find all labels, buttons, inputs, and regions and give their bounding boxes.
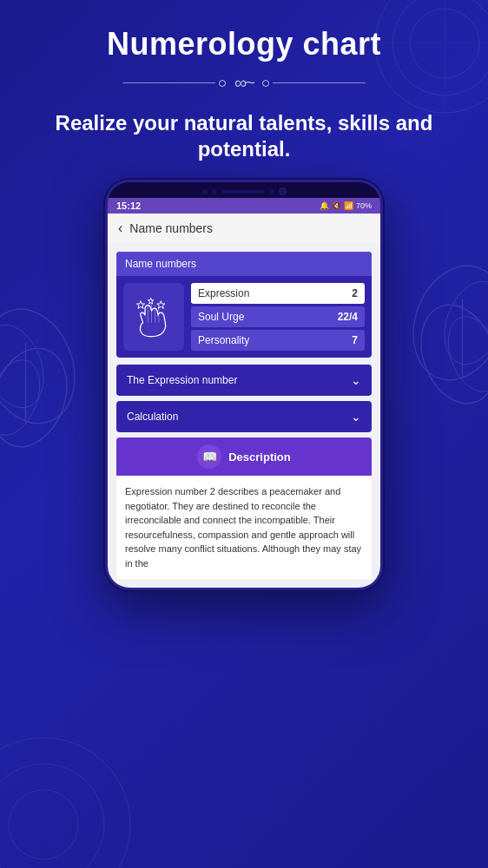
numbers-card-header: Name numbers — [116, 252, 372, 276]
ornament-circle-right — [262, 80, 269, 87]
front-camera — [279, 187, 287, 195]
nav-bar: ‹ Name numbers — [108, 214, 380, 243]
svg-point-15 — [0, 738, 130, 868]
back-button[interactable]: ‹ — [118, 220, 122, 236]
description-header: 📖 Description — [116, 437, 372, 476]
phone-mockup: 15:12 🔔 🔇 📶 70% ‹ Name numbers Name numb… — [105, 180, 383, 590]
alarm-icon: 🔔 — [320, 201, 329, 210]
calculation-expand-row[interactable]: Calculation ⌄ — [116, 401, 372, 432]
svg-marker-19 — [148, 298, 154, 304]
description-section: 📖 Description Expression number 2 descri… — [116, 437, 372, 579]
wifi-icon: 📶 — [344, 201, 353, 210]
numbers-list: Expression 2 Soul Urge 22/4 Personality … — [191, 283, 365, 351]
personality-value: 7 — [352, 334, 358, 346]
soul-urge-value: 22/4 — [338, 311, 358, 323]
camera-dot-3 — [269, 189, 274, 194]
personality-label: Personality — [198, 334, 249, 346]
description-icon: 📖 — [197, 444, 221, 469]
battery-text: 70% — [356, 201, 372, 210]
book-icon: 📖 — [202, 450, 217, 464]
expression-expand-row[interactable]: The Expression number ⌄ — [116, 365, 372, 396]
description-text: Expression number 2 describes a peacemak… — [116, 476, 372, 579]
soul-urge-row[interactable]: Soul Urge 22/4 — [191, 306, 365, 327]
expression-value: 2 — [352, 287, 358, 299]
camera-dot-2 — [212, 189, 217, 194]
svg-marker-18 — [136, 301, 144, 309]
phone-camera-bar — [108, 182, 380, 198]
expression-chevron-icon: ⌄ — [351, 373, 361, 387]
status-bar: 15:12 🔔 🔇 📶 70% — [108, 198, 380, 214]
deco-bottom-left — [0, 651, 217, 868]
nav-title: Name numbers — [129, 221, 213, 235]
mute-icon: 🔇 — [332, 201, 341, 210]
personality-row[interactable]: Personality 7 — [191, 330, 365, 351]
svg-marker-20 — [157, 301, 165, 309]
page-title: Numerology chart — [107, 26, 381, 62]
svg-point-16 — [0, 764, 104, 868]
status-icons: 🔔 🔇 📶 70% — [320, 201, 372, 210]
numbers-card-body: Expression 2 Soul Urge 22/4 Personality … — [116, 276, 372, 358]
app-content: Name numbers — [108, 243, 380, 588]
phone-dots — [202, 187, 287, 195]
expression-expand-label: The Expression number — [127, 374, 237, 386]
expression-label: Expression — [198, 287, 249, 299]
ornament-center: ∞~ — [234, 73, 254, 93]
soul-urge-label: Soul Urge — [198, 311, 244, 323]
camera-dot-1 — [202, 189, 208, 194]
ornament-divider: ∞~ — [122, 73, 366, 93]
description-label: Description — [228, 450, 291, 464]
speaker — [221, 190, 265, 194]
svg-point-17 — [9, 790, 78, 859]
numbers-card: Name numbers — [116, 252, 372, 358]
hand-icon-container — [123, 283, 184, 351]
expression-row[interactable]: Expression 2 — [191, 283, 365, 304]
calculation-chevron-icon: ⌄ — [351, 410, 361, 424]
status-time: 15:12 — [116, 201, 141, 211]
page-subtitle: Realize your natural talents, skills and… — [17, 110, 471, 162]
ornament-circle-left — [219, 80, 226, 87]
calculation-expand-label: Calculation — [127, 411, 178, 423]
ornament-loop: ∞~ — [234, 73, 254, 93]
hand-icon — [132, 295, 175, 339]
content-wrapper: Numerology chart ∞~ Realize your natural… — [0, 0, 488, 590]
